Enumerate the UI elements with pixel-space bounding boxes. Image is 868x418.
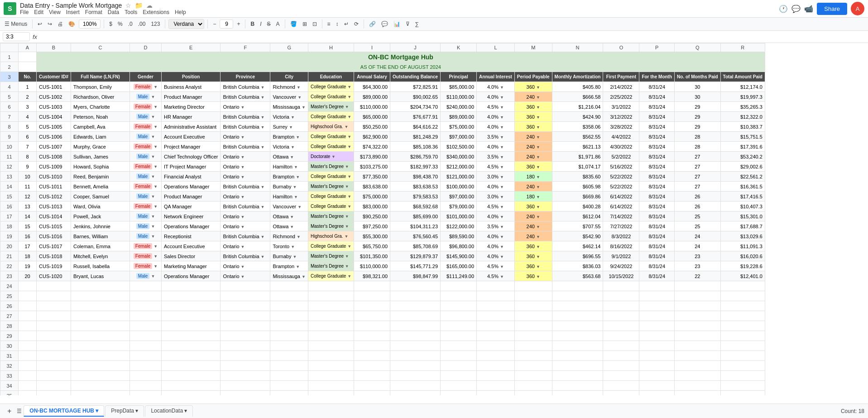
cell-empty-28-3[interactable]	[130, 321, 162, 331]
cell-empty-27-13[interactable]	[552, 311, 603, 321]
row-header-13[interactable]: 13	[0, 172, 19, 182]
cell-period-17[interactable]: 240 ▼	[514, 211, 552, 221]
edu-dropdown[interactable]: ▼	[347, 204, 351, 209]
col-K[interactable]: K	[441, 43, 477, 52]
interest-dropdown[interactable]: ▼	[500, 85, 504, 90]
row-header-2[interactable]: 2	[0, 62, 19, 72]
cell-name-18[interactable]: Jenkins, Johnnie	[71, 221, 130, 231]
cell-gender-16[interactable]: Female ▼	[130, 202, 162, 211]
cell-formonth-11[interactable]: 8/31/24	[639, 152, 675, 162]
cell-empty-33-13[interactable]	[552, 371, 603, 381]
cell-formonth-4[interactable]: 8/31/24	[639, 82, 675, 92]
cell-empty-34-16[interactable]	[675, 381, 721, 391]
interest-dropdown[interactable]: ▼	[500, 264, 504, 269]
province-dropdown[interactable]: ▼	[261, 95, 265, 100]
menu-tools[interactable]: Tools	[125, 9, 137, 15]
cell-empty-31-12[interactable]	[514, 351, 552, 361]
cell-no-15[interactable]: 12	[19, 192, 37, 202]
cell-gender-9[interactable]: Male ▼	[130, 132, 162, 142]
cell-empty-26-13[interactable]	[552, 301, 603, 311]
cell-province-22[interactable]: Ontario ▼	[221, 261, 270, 271]
cell-period-16[interactable]: 360 ▼	[514, 202, 552, 211]
cell-empty-31-8[interactable]	[354, 351, 390, 361]
cell-empty-29-17[interactable]	[720, 331, 765, 341]
cell-total-12[interactable]: $29,002.6	[720, 162, 765, 172]
font-size-input[interactable]: 9	[220, 19, 233, 29]
cell-custid-14[interactable]: CUS-1011	[37, 182, 71, 192]
cell-empty-35-5[interactable]	[221, 391, 270, 396]
cell-empty-35-3[interactable]	[130, 391, 162, 396]
cell-education-16[interactable]: College Graduate ▼	[308, 202, 354, 211]
cell-formonth-12[interactable]: 8/31/24	[639, 162, 675, 172]
cell-custid-18[interactable]: CUS-1015	[37, 221, 71, 231]
cell-principal-11[interactable]: $340,000.00	[441, 152, 477, 162]
interest-dropdown[interactable]: ▼	[500, 205, 504, 209]
cell-province-7[interactable]: British Columbia ▼	[221, 112, 270, 122]
period-dropdown[interactable]: ▼	[536, 135, 540, 139]
cell-province-15[interactable]: Ontario ▼	[221, 192, 270, 202]
cell-name-17[interactable]: Powell, Jack	[71, 211, 130, 221]
cell-empty-32-11[interactable]	[477, 361, 515, 371]
cell-interest-16[interactable]: 4.5% ▼	[477, 202, 515, 211]
cell-salary-23[interactable]: $98,321.00	[354, 271, 390, 281]
cell-balance-22[interactable]: $145,771.29	[390, 261, 441, 271]
cell-interest-4[interactable]: 4.0% ▼	[477, 82, 515, 92]
col-L[interactable]: L	[477, 43, 515, 52]
cell-months-16[interactable]: 26	[675, 202, 721, 211]
cell-salary-11[interactable]: $173,890.00	[354, 152, 390, 162]
cell-salary-16[interactable]: $83,000.00	[354, 202, 390, 211]
cell-empty-34-2[interactable]	[71, 381, 130, 391]
period-dropdown[interactable]: ▼	[536, 85, 540, 90]
col-E[interactable]: E	[162, 43, 221, 52]
gender-dropdown[interactable]: ▼	[153, 184, 158, 189]
col-F[interactable]: F	[221, 43, 270, 52]
cell-firstpay-23[interactable]: 10/15/2022	[603, 271, 639, 281]
period-dropdown[interactable]: ▼	[536, 245, 540, 249]
cell-gender-22[interactable]: Female ▼	[130, 261, 162, 271]
cell-education-4[interactable]: College Graduate ▼	[308, 82, 354, 92]
row-header-20[interactable]: 20	[0, 241, 19, 251]
cell-no-10[interactable]: 7	[19, 142, 37, 152]
cell-firstpay-4[interactable]: 2/14/2022	[603, 82, 639, 92]
cell-empty-28-9[interactable]	[390, 321, 441, 331]
cell-salary-6[interactable]: $110,000.00	[354, 102, 390, 112]
cell-formonth-13[interactable]: 8/31/24	[639, 172, 675, 182]
cell-empty-28-6[interactable]	[270, 321, 308, 331]
cell-empty-35-0[interactable]	[19, 391, 37, 396]
cell-education-17[interactable]: Master's Degree ▼	[308, 211, 354, 221]
cell-empty-30-4[interactable]	[162, 341, 221, 351]
cell-empty-32-12[interactable]	[514, 361, 552, 371]
cell-no-16[interactable]: 13	[19, 202, 37, 211]
cell-empty-32-17[interactable]	[720, 361, 765, 371]
cell-total-13[interactable]: $22,561.2	[720, 172, 765, 182]
cell-empty-28-15[interactable]	[639, 321, 675, 331]
cell-empty-30-0[interactable]	[19, 341, 37, 351]
cell-period-20[interactable]: 360 ▼	[514, 241, 552, 251]
cell-custid-11[interactable]: CUS-1008	[37, 152, 71, 162]
cell-empty-24-8[interactable]	[354, 281, 390, 291]
city-dropdown[interactable]: ▼	[291, 145, 295, 149]
cell-name-10[interactable]: Murphy, Grace	[71, 142, 130, 152]
row-header-15[interactable]: 15	[0, 192, 19, 202]
cell-empty-30-6[interactable]	[270, 341, 308, 351]
cell-empty-30-2[interactable]	[71, 341, 130, 351]
cell-empty-26-6[interactable]	[270, 301, 308, 311]
cell-position-18[interactable]: Operations Manager	[162, 221, 221, 231]
cell-formonth-9[interactable]: 8/31/24	[639, 132, 675, 142]
cell-empty-24-13[interactable]	[552, 281, 603, 291]
cell-total-18[interactable]: $17,688.7	[720, 221, 765, 231]
cell-monthly-4[interactable]: $405.80	[552, 82, 603, 92]
cell-empty-25-10[interactable]	[441, 291, 477, 301]
cell-months-6[interactable]: 29	[675, 102, 721, 112]
period-dropdown[interactable]: ▼	[536, 175, 540, 179]
cell-province-12[interactable]: Ontario ▼	[221, 162, 270, 172]
cell-principal-12[interactable]: $212,000.00	[441, 162, 477, 172]
cell-custid-12[interactable]: CUS-1009	[37, 162, 71, 172]
cell-empty-30-17[interactable]	[720, 341, 765, 351]
filter-btn[interactable]: ⊽	[404, 19, 412, 29]
interest-dropdown[interactable]: ▼	[500, 125, 504, 130]
menu-format[interactable]: Format	[85, 9, 102, 15]
cell-empty-24-1[interactable]	[37, 281, 71, 291]
cell-no-5[interactable]: 2	[19, 92, 37, 102]
meet-icon[interactable]: 📹	[804, 5, 813, 13]
